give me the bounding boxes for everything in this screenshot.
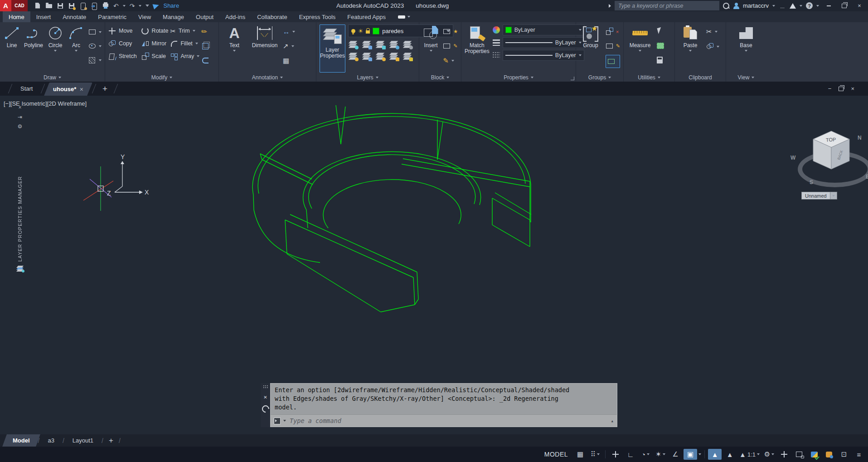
- viewcube[interactable]: W S E N TOP BACK: [790, 128, 868, 196]
- autocad-logo[interactable]: A CAD: [0, 0, 28, 11]
- plot-icon[interactable]: [102, 2, 109, 10]
- help-dropdown-caret[interactable]: [816, 5, 819, 7]
- layer-thaw-button[interactable]: [375, 53, 384, 60]
- viewport-control-minus[interactable]: [−]: [4, 100, 10, 107]
- create-block-button[interactable]: ★: [443, 26, 458, 37]
- edit-block-button[interactable]: ✎: [443, 40, 458, 52]
- tab-annotate[interactable]: Annotate: [57, 11, 92, 22]
- save-as-icon[interactable]: [68, 2, 75, 10]
- drawing-restore-button[interactable]: [839, 87, 844, 91]
- base-button[interactable]: Base: [734, 24, 758, 73]
- layer-properties-button[interactable]: Layer Properties: [320, 24, 345, 73]
- drawing-recovery-button[interactable]: [822, 449, 836, 460]
- undo-icon[interactable]: ↶: [113, 3, 119, 9]
- copy-clip-button[interactable]: [706, 41, 719, 52]
- viewport-control-visual-style[interactable]: [2D Wireframe]: [47, 100, 87, 107]
- save-icon[interactable]: [57, 2, 64, 10]
- move-button[interactable]: Move: [108, 25, 137, 37]
- tab-add-ins[interactable]: Add-ins: [219, 11, 251, 22]
- open-file-icon[interactable]: [45, 2, 53, 10]
- quick-select-button[interactable]: [657, 25, 664, 37]
- customization-button[interactable]: ≡: [852, 449, 866, 460]
- layer-isolate-button[interactable]: [362, 41, 371, 48]
- autodesk-logo-icon[interactable]: [790, 3, 796, 9]
- table-button[interactable]: ▦: [283, 55, 295, 66]
- tab-output[interactable]: Output: [190, 11, 219, 22]
- viewport-name-control[interactable]: Unnamed: [801, 192, 837, 199]
- layer-unlock-button[interactable]: [389, 53, 398, 60]
- circle-button[interactable]: Circle: [47, 24, 64, 73]
- line-button[interactable]: Line: [3, 24, 20, 73]
- fillet-dropdown-caret[interactable]: [195, 43, 198, 44]
- polyline-button[interactable]: Polyline: [24, 24, 43, 73]
- user-dropdown-caret[interactable]: [772, 5, 775, 7]
- group-button[interactable]: ★ Group: [579, 24, 602, 73]
- select-all-button[interactable]: [657, 40, 664, 51]
- panel-title-clipboard[interactable]: Clipboard: [675, 73, 726, 82]
- leader-button[interactable]: ↗: [283, 40, 295, 52]
- explode-button[interactable]: [201, 40, 209, 52]
- insert-dropdown-caret[interactable]: [430, 50, 432, 52]
- search-icon[interactable]: [723, 3, 729, 9]
- circle-dropdown-caret[interactable]: [54, 50, 57, 52]
- layer-unisolate-button[interactable]: [362, 53, 371, 60]
- redo-dropdown-caret[interactable]: [139, 5, 141, 7]
- isodraft-button[interactable]: ∠: [669, 449, 682, 460]
- match-properties-button[interactable]: Match Properties: [465, 24, 490, 73]
- tab-collaborate[interactable]: Collaborate: [251, 11, 293, 22]
- text-dropdown-caret[interactable]: [233, 50, 236, 52]
- tab-manage[interactable]: Manage: [157, 11, 190, 22]
- panel-title-block[interactable]: Block: [419, 73, 461, 82]
- isolate-objects-button[interactable]: [792, 449, 806, 460]
- command-prompt-icon[interactable]: [274, 418, 281, 424]
- ungroup-button[interactable]: ×: [606, 26, 620, 37]
- layer-match-button[interactable]: [402, 53, 412, 60]
- layer-off-button[interactable]: [348, 41, 357, 48]
- trim-dropdown-caret[interactable]: [193, 30, 195, 32]
- tab-insert[interactable]: Insert: [30, 11, 57, 22]
- arc-dropdown-caret[interactable]: [75, 50, 78, 52]
- command-history[interactable]: Enter an option [2dwireframe/Wireframe/H…: [271, 384, 617, 414]
- base-dropdown-caret[interactable]: [745, 50, 747, 52]
- measure-button[interactable]: Measure: [627, 24, 653, 73]
- arc-button[interactable]: Arc: [68, 24, 85, 73]
- array-button[interactable]: Array: [170, 51, 199, 62]
- app-store-icon[interactable]: [779, 4, 786, 8]
- text-button[interactable]: A Text: [222, 24, 247, 73]
- dimension-linear-button[interactable]: ↔: [283, 26, 295, 37]
- quick-calculator-button[interactable]: [657, 54, 664, 66]
- linetype-dropdown[interactable]: ByLayer: [503, 50, 584, 61]
- object-snap-caret[interactable]: [698, 453, 701, 455]
- paste-button[interactable]: Paste: [678, 24, 703, 73]
- share-label[interactable]: Share: [163, 2, 179, 9]
- compass-south[interactable]: S: [810, 179, 813, 185]
- layer-freeze-button[interactable]: [375, 41, 384, 48]
- panel-title-view[interactable]: View: [726, 73, 766, 82]
- close-button[interactable]: ×: [853, 0, 865, 11]
- array-dropdown-caret[interactable]: [197, 55, 199, 57]
- file-tab-close-icon[interactable]: ×: [80, 86, 84, 93]
- file-tab-uhouse[interactable]: uhouse*×: [44, 83, 93, 96]
- layout-tab-model[interactable]: Model: [5, 434, 38, 447]
- tab-view[interactable]: View: [132, 11, 157, 22]
- ellipse-button[interactable]: [88, 40, 102, 52]
- viewcube-cube[interactable]: TOP BACK: [810, 128, 852, 174]
- annotation-monitor-button[interactable]: [777, 449, 791, 460]
- ucs-icon[interactable]: Y X Z: [107, 153, 149, 197]
- command-expand-icon[interactable]: ▴: [611, 418, 614, 424]
- new-file-icon[interactable]: [34, 2, 41, 10]
- search-input[interactable]: [615, 1, 719, 10]
- command-close-icon[interactable]: ×: [264, 394, 267, 400]
- command-recent-caret[interactable]: [283, 420, 286, 422]
- search-collapse-icon[interactable]: [609, 4, 611, 8]
- measure-dropdown-caret[interactable]: [639, 50, 641, 52]
- hatch-button[interactable]: [88, 54, 102, 66]
- open-from-web-icon[interactable]: [79, 2, 87, 10]
- panel-title-modify[interactable]: Modify: [105, 73, 218, 82]
- scale-button[interactable]: Scale: [141, 51, 169, 62]
- rectangle-button[interactable]: [88, 26, 102, 38]
- paste-dropdown-caret[interactable]: [689, 50, 692, 52]
- drawing-area[interactable]: [−] [SE Isometric] [2D Wireframe] × ⇥ ⚙ …: [0, 96, 868, 434]
- lineweight-dropdown[interactable]: ByLayer: [503, 37, 584, 48]
- palette-layers-icon[interactable]: [16, 266, 24, 272]
